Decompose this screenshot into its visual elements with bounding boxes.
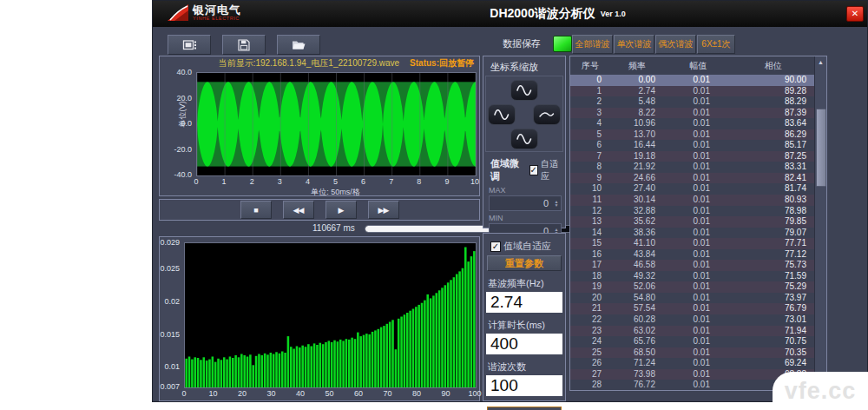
table-row[interactable]: 12.740.0189.28 xyxy=(570,86,815,97)
table-row[interactable]: 821.920.0183.31 xyxy=(570,162,815,173)
spectrum-x-tick: 0 xyxy=(181,389,186,398)
table-row[interactable]: 2568.500.0170.35 xyxy=(570,347,815,359)
reset-params-button[interactable]: 重置参数 xyxy=(487,255,562,271)
rewind-button[interactable]: ◀◀ xyxy=(283,201,314,219)
table-cell: 13.70 xyxy=(610,129,664,141)
table-row[interactable]: 25.480.0188.29 xyxy=(570,96,815,108)
value-auto-range-checkbox[interactable]: ✓ 值域自适应 xyxy=(490,240,551,253)
table-cell: 12 xyxy=(570,206,610,217)
max-spinner[interactable]: 0 ▲▼ xyxy=(489,195,562,211)
table-row[interactable]: 719.180.0187.25 xyxy=(570,151,815,162)
titlebar: 银河电气 YINHE ELECTRIC DH2000谐波分析仪 Ver 1.0 … xyxy=(153,1,867,27)
waveform-y-tick: -20.0 xyxy=(174,145,192,154)
table-cell: 60.28 xyxy=(610,314,664,326)
table-cell: 19 xyxy=(570,281,610,293)
play-button[interactable]: ▶ xyxy=(326,201,357,219)
table-cell: 0.01 xyxy=(664,96,733,108)
filter-even-harmonics-button[interactable]: 偶次谐波 xyxy=(655,35,696,54)
stop-button[interactable]: ■ xyxy=(240,201,272,219)
coordinate-zoom-panel: 坐标系缩放 值域微调 ✓ 自适应 xyxy=(483,56,566,228)
save-button[interactable] xyxy=(222,35,266,55)
table-row[interactable]: 1232.880.0178.98 xyxy=(570,206,815,217)
watermark: vfe.cc xyxy=(773,372,868,410)
waveform-y-tick: 40.0 xyxy=(176,68,192,76)
table-cell: 2 xyxy=(570,96,610,108)
table-row[interactable]: 2465.760.0170.75 xyxy=(570,336,815,347)
waveform-x-tick: 9 xyxy=(444,177,449,186)
waveform-x-tick: 0 xyxy=(194,177,198,186)
data-save-led[interactable] xyxy=(553,36,572,52)
table-row[interactable]: 1438.360.0179.07 xyxy=(570,228,815,239)
table-cell: 76.72 xyxy=(610,380,664,391)
table-row[interactable]: 1746.580.0175.73 xyxy=(570,260,815,271)
spectrum-x-tick: 70 xyxy=(383,389,391,398)
table-cell: 4 xyxy=(570,118,610,129)
table-row[interactable]: 2363.020.0171.94 xyxy=(570,326,815,337)
harmonic-order-input[interactable]: 100 xyxy=(486,375,562,396)
table-row[interactable]: 1027.400.0181.74 xyxy=(570,183,815,195)
waveform-plot[interactable] xyxy=(196,72,477,176)
spectrum-plot[interactable] xyxy=(184,242,477,388)
spectrum-x-tick: 20 xyxy=(238,389,247,398)
calc-duration-input[interactable]: 400 xyxy=(486,334,562,354)
table-cell: 0.01 xyxy=(664,303,733,314)
window-title: DH2000谐波分析仪 Ver 1.0 xyxy=(490,1,625,27)
table-cell: 0.01 xyxy=(664,271,733,282)
filter-all-harmonics-button[interactable]: 全部谐波 xyxy=(572,35,613,54)
fundamental-freq-input[interactable]: 2.74 xyxy=(486,292,562,313)
waveform-y-ticks: 40.020.00.0-20.0-40.0 xyxy=(168,72,194,175)
zoom-up-button[interactable] xyxy=(510,80,538,101)
table-cell: 0.01 xyxy=(664,206,733,217)
table-cell: 70.75 xyxy=(733,336,814,347)
spectrum-y-tick: 0.01 xyxy=(164,362,180,371)
zoom-down-button[interactable] xyxy=(510,129,538,149)
table-scrollbar[interactable]: ▲ ▼ xyxy=(814,56,826,390)
table-row[interactable]: 2054.800.0173.97 xyxy=(570,293,815,304)
table-row[interactable]: 2671.240.0169.24 xyxy=(570,358,815,369)
table-row[interactable]: 1335.620.0179.85 xyxy=(570,216,815,228)
table-cell: 7 xyxy=(570,151,610,162)
waveform-x-tick: 7 xyxy=(389,177,393,186)
table-cell: 16 xyxy=(570,249,610,261)
device-icon xyxy=(182,39,197,51)
table-cell: 16.44 xyxy=(610,140,664,151)
open-file-button[interactable] xyxy=(277,35,320,55)
spectrum-panel: 0.0290.0250.020.0150.010.007 01020304050… xyxy=(159,236,480,401)
auto-adapt-checkbox[interactable]: ✓ 自适应 xyxy=(529,158,562,182)
spectrum-x-tick: 100 xyxy=(468,389,481,398)
filter-6x1-button[interactable]: 6X±1次 xyxy=(697,35,735,54)
table-row[interactable]: 1643.840.0177.12 xyxy=(570,249,815,261)
scroll-up-icon[interactable]: ▲ xyxy=(815,56,826,68)
table-cell: 46.58 xyxy=(610,260,664,271)
table-cell: 2.74 xyxy=(610,86,664,97)
table-row[interactable]: 2157.540.0176.79 xyxy=(570,303,815,314)
close-button[interactable]: ✕ xyxy=(846,6,864,22)
scrollbar-thumb[interactable] xyxy=(816,109,826,187)
table-cell: 0.01 xyxy=(664,380,733,391)
waveform-x-axis-label: 单位: 50ms/格 xyxy=(196,187,475,198)
table-row[interactable]: 1541.100.0177.71 xyxy=(570,238,815,249)
table-row[interactable]: 410.960.0183.64 xyxy=(570,118,815,129)
zoom-right-button[interactable] xyxy=(533,104,561,125)
table-row[interactable]: 1849.320.0171.59 xyxy=(570,271,815,282)
col-amplitude: 幅值 xyxy=(664,56,733,75)
start-analysis-button[interactable]: 开始分析 xyxy=(487,407,562,410)
table-row[interactable]: 616.440.0185.17 xyxy=(570,140,815,151)
table-row[interactable]: 2260.280.0173.01 xyxy=(570,314,815,326)
table-row[interactable]: 38.220.0187.39 xyxy=(570,108,815,119)
table-row[interactable]: 1952.060.0175.29 xyxy=(570,281,815,293)
table-row[interactable]: 924.660.0182.41 xyxy=(570,173,815,184)
fast-forward-button[interactable]: ▶▶ xyxy=(368,201,399,219)
table-cell: 80.93 xyxy=(733,195,814,206)
device-button[interactable] xyxy=(168,35,211,55)
table-cell: 79.85 xyxy=(733,216,814,228)
fundamental-freq-label: 基波频率(Hz) xyxy=(488,277,565,290)
table-row[interactable]: 00.000.0190.00 xyxy=(570,75,815,86)
table-cell: 24 xyxy=(570,336,610,347)
table-cell: 0.01 xyxy=(664,347,733,359)
table-row[interactable]: 1130.140.0180.93 xyxy=(570,195,815,206)
table-cell: 63.02 xyxy=(610,326,664,337)
filter-single-harmonics-button[interactable]: 单次谐波 xyxy=(614,35,654,54)
zoom-left-button[interactable] xyxy=(488,104,516,125)
table-row[interactable]: 513.700.0186.29 xyxy=(570,129,815,141)
